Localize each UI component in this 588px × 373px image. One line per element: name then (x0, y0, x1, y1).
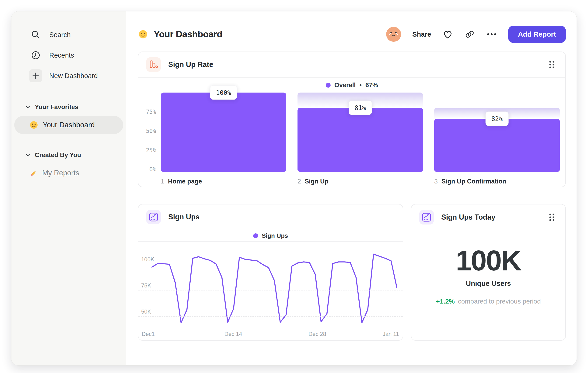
avatar-face-icon (386, 27, 401, 42)
funnel-bars: 100%81%82% (161, 92, 560, 172)
clock-icon (29, 49, 42, 62)
pencil-emoji-icon (29, 169, 38, 177)
sign-ups-today-card-header: Sign Ups Today (411, 204, 565, 230)
legend-label: Sign Ups (262, 232, 288, 239)
funnel-bar[interactable]: 82% (434, 92, 560, 172)
x-tick-label: Dec 14 (224, 331, 242, 337)
line-legend: Sign Ups (138, 230, 403, 242)
funnel-step-label: 1Home page (161, 178, 286, 185)
section-label: Created By You (35, 151, 81, 159)
sidebar-section-favorites: Your Favorites Your Dashboard (11, 100, 126, 134)
favorite-heart-icon[interactable] (442, 29, 453, 40)
gridline (138, 290, 403, 291)
share-button[interactable]: Share (412, 30, 431, 38)
legend-separator: • (360, 81, 362, 89)
sidebar-item-label: New Dashboard (49, 72, 98, 80)
card-title: Sign Ups Today (441, 213, 495, 222)
add-report-button[interactable]: Add Report (508, 26, 566, 43)
step-number: 1 (161, 178, 164, 185)
kpi-delta-note: compared to previous period (458, 298, 541, 305)
drag-handle-icon[interactable] (548, 60, 556, 70)
created-by-you-section-header[interactable]: Created By You (11, 148, 126, 162)
line-chart-plot: 100K75K50K (138, 242, 403, 327)
funnel-step-label: 2Sign Up (297, 178, 423, 185)
funnel-chart: 75%50%25%0% 100%81%82% (138, 92, 565, 172)
sidebar-item-new-dashboard[interactable]: New Dashboard (11, 66, 126, 86)
legend-dot (326, 83, 331, 88)
gridline (138, 316, 403, 317)
card-title: Sign Up Rate (168, 60, 213, 69)
sidebar-item-label: Recents (49, 51, 74, 59)
sign-ups-today-card: Sign Ups Today 100K Unique Users +1.2% c… (411, 204, 566, 341)
line-chart-icon (419, 210, 434, 224)
kpi-label: Unique Users (466, 280, 511, 287)
sign-ups-card: Sign Ups Sign Ups 100K75K50K Dec1Dec 14D… (138, 204, 403, 341)
gridline (138, 264, 403, 264)
legend-label: Overall (334, 81, 356, 89)
line-x-axis: Dec1Dec 14Dec 28Jan 11 (138, 327, 403, 341)
funnel-bar[interactable]: 81% (297, 92, 423, 172)
funnel-bar[interactable]: 100% (161, 92, 286, 172)
plus-icon (29, 69, 42, 82)
y-tick-label: 75K (141, 282, 151, 289)
funnel-plot-area: 75%50%25%0% 100%81%82% (161, 92, 560, 172)
line-chart-icon (146, 210, 161, 224)
x-tick-label: Jan 11 (383, 331, 399, 337)
chevron-down-icon (25, 106, 30, 109)
sidebar-item-your-dashboard[interactable]: Your Dashboard (14, 116, 123, 134)
y-tick-label: 100K (141, 256, 154, 263)
section-label: Your Favorites (35, 103, 78, 111)
step-number: 3 (434, 178, 438, 185)
avatar[interactable] (386, 27, 401, 42)
sidebar-item-search[interactable]: Search (11, 24, 126, 45)
x-tick-label: Dec 28 (308, 331, 326, 337)
more-options-icon[interactable] (486, 32, 497, 36)
smiley-emoji-icon (138, 29, 148, 40)
sign-ups-line-series[interactable] (138, 242, 403, 327)
cards-row: Sign Ups Sign Ups 100K75K50K Dec1Dec 14D… (138, 204, 566, 341)
step-name: Home page (168, 178, 202, 185)
bar-chart-icon (146, 57, 161, 72)
sign-up-rate-card-header: Sign Up Rate (138, 52, 565, 78)
sign-up-rate-card: Sign Up Rate Overall • 67% 75%50%25%0% (138, 51, 566, 187)
sidebar-item-my-reports[interactable]: My Reports (14, 164, 123, 182)
y-tick-label: 50K (141, 308, 151, 315)
header-actions: Share Add Report (386, 26, 566, 43)
sidebar-item-recents[interactable]: Recents (11, 45, 126, 66)
app-window: Search Recents New Dashboard Your Favori… (11, 11, 577, 365)
funnel-step-label: 3Sign Up Confirmation (434, 178, 560, 185)
y-tick-label: 25% (141, 147, 156, 154)
drag-handle-icon[interactable] (548, 212, 556, 222)
kpi-value: 100K (456, 245, 521, 276)
sidebar-item-label: Search (49, 31, 71, 39)
funnel-value-label: 82% (486, 112, 509, 126)
step-number: 2 (297, 178, 301, 185)
main-content: Your Dashboard Share (126, 11, 577, 365)
chevron-down-icon (25, 154, 30, 157)
smiley-emoji-icon (29, 120, 39, 130)
y-tick-label: 50% (141, 128, 156, 134)
kpi-delta-row: +1.2% compared to previous period (436, 298, 541, 305)
sign-ups-card-header: Sign Ups (138, 204, 403, 230)
step-name: Sign Up (305, 178, 328, 185)
funnel-bar-fill (434, 119, 560, 172)
card-title: Sign Ups (168, 213, 200, 221)
kpi-delta: +1.2% (436, 298, 454, 305)
favorites-section-header[interactable]: Your Favorites (11, 100, 126, 114)
funnel-bar-fill (161, 92, 286, 172)
sidebar-item-label: My Reports (42, 169, 79, 177)
funnel-value-label: 81% (349, 101, 372, 115)
sidebar-section-created-by-you: Created By You My Reports (11, 148, 126, 182)
funnel-value-label: 100% (210, 86, 237, 100)
y-tick-label: 0% (141, 166, 156, 173)
page-header: Your Dashboard Share (138, 25, 566, 44)
funnel-step-labels: 1Home page2Sign Up3Sign Up Confirmation (138, 172, 565, 185)
copy-link-icon[interactable] (464, 29, 475, 40)
sidebar-item-label: Your Dashboard (43, 121, 95, 129)
legend-dot (253, 233, 258, 238)
x-tick-label: Dec1 (142, 331, 155, 337)
page-title: Your Dashboard (154, 29, 222, 40)
funnel-bar-fill (297, 108, 423, 172)
legend-value: 67% (365, 81, 378, 89)
step-name: Sign Up Confirmation (441, 178, 506, 185)
